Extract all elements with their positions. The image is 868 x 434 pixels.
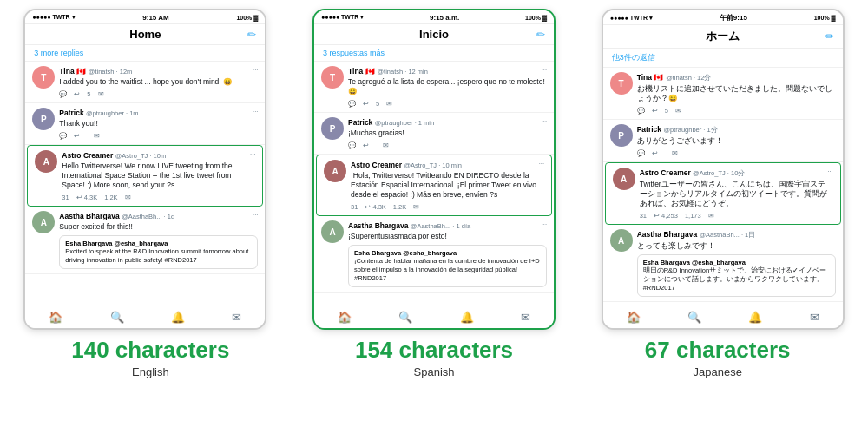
tweet-item[interactable]: A Astro Creamer @Astro_TJ · 10 min ··· ¡…: [316, 155, 552, 216]
tweet-action-btn[interactable]: 💬: [637, 107, 645, 115]
tweet-action-btn[interactable]: 1,173: [685, 212, 701, 220]
tweet-action-btn[interactable]: ✉: [94, 132, 100, 140]
tweet-item[interactable]: A Aastha Bhargava @AasthaBh... · 1 día ·…: [314, 216, 554, 292]
tweet-actions: 31↩ 4,2531,173✉: [640, 212, 833, 220]
tweet-action-btn[interactable]: 💬: [348, 100, 356, 108]
tweet-action-btn[interactable]: ↩ 4,253: [654, 212, 678, 220]
tweet-more: ···: [253, 108, 258, 115]
tweet-action-btn[interactable]: ↩: [363, 100, 369, 108]
tweet-action-btn[interactable]: ✉: [125, 194, 131, 201]
tweet-user: Patrick @ptraughber · 1m: [59, 108, 138, 117]
more-replies[interactable]: 他3件の返信: [603, 49, 843, 68]
tweet-item[interactable]: T Tina 🇨🇦 @tinatsh · 12分 ··· お機リストに追加させて…: [603, 68, 843, 120]
avatar: T: [32, 66, 55, 89]
status-center: 午前9:15: [720, 13, 747, 23]
tweet-item[interactable]: P Patrick @ptraughber · 1 min ··· ¡Mucha…: [314, 113, 554, 155]
more-replies[interactable]: 3 more replies: [25, 45, 265, 62]
home-tab[interactable]: 🏠: [49, 311, 62, 324]
quoted-tweet[interactable]: Esha Bhargava @esha_bhargava明日のR&D Innov…: [637, 254, 836, 296]
notifications-tab[interactable]: 🔔: [460, 311, 474, 324]
avatar: T: [321, 66, 344, 89]
search-tab[interactable]: 🔍: [110, 311, 124, 324]
quoted-tweet[interactable]: Esha Bhargava @esha_bhargava¡Contenta de…: [348, 245, 547, 286]
tweet-action-btn[interactable]: 💬: [59, 132, 67, 140]
tweet-action-btn[interactable]: ✉: [675, 107, 681, 115]
tweet-action-btn[interactable]: 31: [640, 212, 647, 220]
tweet-content: Aastha Bhargava @AasthaBh... · 1 día ···…: [348, 220, 547, 286]
avatar: P: [32, 108, 55, 130]
tweet-action-btn[interactable]: 5: [665, 107, 668, 115]
compose-icon[interactable]: ✏: [247, 29, 256, 41]
tweet-action-btn[interactable]: 💬: [637, 149, 645, 157]
tweet-action-btn[interactable]: 5: [87, 90, 90, 98]
tweet-more: ···: [830, 124, 835, 132]
tweet-action-btn[interactable]: ✉: [672, 149, 678, 157]
tweet-action-btn[interactable]: ↩: [74, 132, 80, 140]
quoted-tweet[interactable]: Esha Bhargava @esha_bhargavaExcited to s…: [59, 235, 258, 269]
tweet-action-btn[interactable]: 💬: [59, 90, 67, 98]
phone-container-japanese: ●●●●● TWTR ▾ 午前9:15 100% ▓ ホーム ✏ 他3件の返信T…: [586, 9, 859, 330]
tweet-user: Tina 🇨🇦 @tinatsh · 12m: [59, 66, 132, 76]
tweet-item[interactable]: T Tina 🇨🇦 @tinatsh · 12m ··· I added you…: [25, 62, 265, 103]
char-count: 67 characters: [645, 337, 791, 364]
notifications-tab[interactable]: 🔔: [748, 311, 762, 324]
tweet-content: Tina 🇨🇦 @tinatsh · 12 min ··· Te agregué…: [348, 66, 547, 108]
tweet-content: Patrick @ptraughber · 1 min ··· ¡Muchas …: [348, 117, 547, 149]
status-left: ●●●●● TWTR ▾: [321, 14, 364, 21]
tweet-user: Aastha Bhargava @AasthaBh... · 1 día: [348, 220, 470, 230]
tweet-action-btn[interactable]: ↩ 4.3K: [365, 203, 386, 211]
messages-tab[interactable]: ✉: [521, 311, 530, 324]
notifications-tab[interactable]: 🔔: [171, 311, 185, 324]
tweet-action-btn[interactable]: ✉: [383, 141, 389, 149]
avatar: A: [32, 211, 55, 233]
tweet-item[interactable]: A Aastha Bhargava @AasthaBh... · 1日 ··· …: [603, 225, 843, 301]
tweet-action-btn[interactable]: 💬: [348, 141, 356, 149]
tweet-item[interactable]: T Tina 🇨🇦 @tinatsh · 12 min ··· Te agreg…: [314, 62, 554, 113]
tweet-content: Astro Creamer @Astro_TJ · 10分 ··· Twitte…: [640, 168, 833, 220]
tweet-user: Patrick @ptraughber · 1 min: [348, 117, 434, 127]
search-tab[interactable]: 🔍: [398, 311, 412, 324]
tweet-action-btn[interactable]: 5: [376, 100, 379, 108]
messages-tab[interactable]: ✉: [232, 311, 241, 324]
home-tab[interactable]: 🏠: [627, 311, 641, 324]
lang-label: Spanish: [414, 365, 455, 378]
tweet-item[interactable]: A Astro Creamer @Astro_TJ · 10m ··· Hell…: [27, 145, 263, 207]
tab-bar: 🏠🔍🔔✉: [603, 306, 843, 328]
tweet-text: I added you to the waitlist ... hope you…: [59, 77, 258, 87]
tweet-actions: 31↩ 4.3K1.2K✉: [62, 194, 255, 201]
home-tab[interactable]: 🏠: [338, 311, 352, 324]
tweet-header: Patrick @ptraughber · 1分 ···: [637, 124, 836, 135]
tweet-header: Aastha Bhargava @AasthaBh... · 1日 ···: [637, 229, 836, 240]
tweet-action-btn[interactable]: ✉: [708, 212, 714, 220]
tweet-action-btn[interactable]: ↩: [363, 141, 369, 149]
tweet-more: ···: [542, 117, 547, 125]
tweet-action-btn[interactable]: 1.2K: [393, 203, 406, 211]
tweet-item[interactable]: A Aastha Bhargava @AasthaBh... · 1d ··· …: [25, 207, 265, 274]
tweet-text: ありがとうございます！: [637, 136, 836, 146]
tweet-action-btn[interactable]: 31: [351, 203, 358, 211]
tweet-action-btn[interactable]: ↩: [652, 107, 658, 115]
search-tab[interactable]: 🔍: [687, 311, 701, 324]
status-bar: ●●●●● TWTR ▾ 9:15 a.m. 100% ▓: [314, 10, 554, 24]
compose-icon[interactable]: ✏: [536, 29, 545, 41]
compose-icon[interactable]: ✏: [825, 30, 834, 43]
messages-tab[interactable]: ✉: [810, 311, 819, 324]
tweet-action-btn[interactable]: ↩: [74, 90, 80, 98]
tweet-action-btn[interactable]: ↩ 4.3K: [76, 194, 98, 201]
tweet-item[interactable]: P Patrick @ptraughber · 1m ··· Thank you…: [25, 103, 265, 145]
tweet-header: Astro Creamer @Astro_TJ · 10 min ···: [351, 160, 544, 169]
count-block-english: 140 charactersEnglish: [9, 337, 293, 378]
tweet-action-btn[interactable]: ✉: [413, 203, 419, 211]
tweet-action-btn[interactable]: 31: [62, 194, 69, 201]
quoted-text: Excited to speak at the R&D Innovation s…: [65, 247, 252, 265]
phone-container-english: ●●●●● TWTR ▾ 9:15 AM 100% ▓ Home ✏ 3 mor…: [9, 9, 282, 330]
tweet-action-btn[interactable]: ✉: [386, 100, 392, 108]
tweet-item[interactable]: A Astro Creamer @Astro_TJ · 10分 ··· Twit…: [605, 162, 841, 225]
tweet-action-btn[interactable]: ✉: [98, 90, 104, 98]
nav-bar: ホーム ✏: [603, 25, 843, 49]
tweet-action-btn[interactable]: 1.2K: [104, 194, 117, 201]
phone-english: ●●●●● TWTR ▾ 9:15 AM 100% ▓ Home ✏ 3 mor…: [23, 9, 266, 330]
tweet-item[interactable]: P Patrick @ptraughber · 1分 ··· ありがとうございま…: [603, 120, 843, 162]
tweet-action-btn[interactable]: ↩: [652, 149, 658, 157]
more-replies[interactable]: 3 respuestas más: [314, 45, 554, 62]
